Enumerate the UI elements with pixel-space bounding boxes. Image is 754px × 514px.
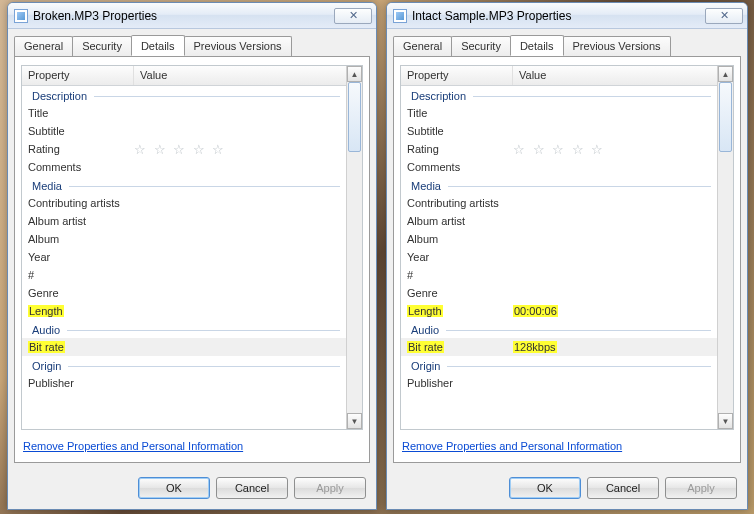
- scroll-thumb[interactable]: [719, 82, 732, 152]
- rating-stars[interactable]: ☆ ☆ ☆ ☆ ☆: [513, 142, 605, 157]
- property-name: Contributing artists: [401, 197, 513, 209]
- cancel-button[interactable]: Cancel: [587, 477, 659, 499]
- titlebar[interactable]: Intact Sample.MP3 Properties✕: [387, 3, 747, 29]
- property-row[interactable]: Rating☆ ☆ ☆ ☆ ☆: [22, 140, 346, 158]
- property-value: 128kbps: [513, 341, 717, 353]
- cancel-button[interactable]: Cancel: [216, 477, 288, 499]
- close-button[interactable]: ✕: [334, 8, 372, 24]
- scroll-up-icon[interactable]: ▲: [347, 66, 362, 82]
- property-name: Subtitle: [22, 125, 134, 137]
- scroll-down-icon[interactable]: ▼: [718, 413, 733, 429]
- property-row[interactable]: Bit rate: [22, 338, 346, 356]
- section-label: Media: [411, 180, 441, 192]
- section-origin: Origin: [401, 356, 717, 374]
- close-button[interactable]: ✕: [705, 8, 743, 24]
- remove-properties-link[interactable]: Remove Properties and Personal Informati…: [21, 430, 363, 456]
- section-divider: [447, 366, 711, 367]
- property-row[interactable]: #: [22, 266, 346, 284]
- tab-security[interactable]: Security: [451, 36, 511, 57]
- section-divider: [68, 366, 340, 367]
- scrollbar[interactable]: ▲▼: [717, 66, 733, 429]
- property-row[interactable]: Album: [401, 230, 717, 248]
- details-grid: PropertyValueDescriptionTitleSubtitleRat…: [400, 65, 734, 430]
- property-row[interactable]: Rating☆ ☆ ☆ ☆ ☆: [401, 140, 717, 158]
- property-name: Publisher: [401, 377, 513, 389]
- property-row[interactable]: Year: [401, 248, 717, 266]
- section-divider: [67, 330, 340, 331]
- window-title: Intact Sample.MP3 Properties: [412, 9, 705, 23]
- button-row: OKCancelApply: [387, 469, 747, 509]
- header-value[interactable]: Value: [134, 66, 346, 85]
- property-row[interactable]: Title: [401, 104, 717, 122]
- tab-details[interactable]: Details: [131, 35, 185, 56]
- scrollbar[interactable]: ▲▼: [346, 66, 362, 429]
- remove-properties-link[interactable]: Remove Properties and Personal Informati…: [400, 430, 734, 456]
- tabstrip: GeneralSecurityDetailsPrevious Versions: [387, 29, 747, 56]
- section-divider: [448, 186, 711, 187]
- property-name: Year: [401, 251, 513, 263]
- grid-header: PropertyValue: [401, 66, 717, 86]
- property-name: Genre: [401, 287, 513, 299]
- ok-button[interactable]: OK: [509, 477, 581, 499]
- property-row[interactable]: Comments: [22, 158, 346, 176]
- property-row[interactable]: Genre: [22, 284, 346, 302]
- property-name: Subtitle: [401, 125, 513, 137]
- scroll-down-icon[interactable]: ▼: [347, 413, 362, 429]
- grid-body: PropertyValueDescriptionTitleSubtitleRat…: [401, 66, 717, 429]
- property-row[interactable]: Comments: [401, 158, 717, 176]
- ok-button[interactable]: OK: [138, 477, 210, 499]
- property-row[interactable]: #: [401, 266, 717, 284]
- property-row[interactable]: Bit rate128kbps: [401, 338, 717, 356]
- property-row[interactable]: Album artist: [22, 212, 346, 230]
- tab-security[interactable]: Security: [72, 36, 132, 57]
- property-row[interactable]: Contributing artists: [401, 194, 717, 212]
- property-row[interactable]: Length00:00:06: [401, 302, 717, 320]
- file-icon: [14, 9, 28, 23]
- section-description: Description: [401, 86, 717, 104]
- property-row[interactable]: Contributing artists: [22, 194, 346, 212]
- property-row[interactable]: Year: [22, 248, 346, 266]
- apply-button[interactable]: Apply: [294, 477, 366, 499]
- property-name: Length: [22, 305, 134, 317]
- property-row[interactable]: Subtitle: [22, 122, 346, 140]
- property-name: Publisher: [22, 377, 134, 389]
- property-row[interactable]: Album artist: [401, 212, 717, 230]
- window-title: Broken.MP3 Properties: [33, 9, 334, 23]
- scroll-track[interactable]: [718, 82, 733, 413]
- apply-button[interactable]: Apply: [665, 477, 737, 499]
- property-name: Length: [401, 305, 513, 317]
- tab-previous-versions[interactable]: Previous Versions: [563, 36, 671, 57]
- property-row[interactable]: Length: [22, 302, 346, 320]
- grid-body: PropertyValueDescriptionTitleSubtitleRat…: [22, 66, 346, 429]
- property-name: Bit rate: [401, 341, 513, 353]
- tab-general[interactable]: General: [14, 36, 73, 57]
- property-row[interactable]: Publisher: [401, 374, 717, 392]
- property-value: 00:00:06: [513, 305, 717, 317]
- scroll-up-icon[interactable]: ▲: [718, 66, 733, 82]
- property-row[interactable]: Subtitle: [401, 122, 717, 140]
- section-origin: Origin: [22, 356, 346, 374]
- property-row[interactable]: Publisher: [22, 374, 346, 392]
- property-name: Bit rate: [22, 341, 134, 353]
- property-row[interactable]: Title: [22, 104, 346, 122]
- header-property[interactable]: Property: [401, 66, 513, 85]
- header-property[interactable]: Property: [22, 66, 134, 85]
- section-label: Audio: [32, 324, 60, 336]
- property-name: Comments: [22, 161, 134, 173]
- property-name: Title: [22, 107, 134, 119]
- rating-stars[interactable]: ☆ ☆ ☆ ☆ ☆: [134, 142, 226, 157]
- scroll-thumb[interactable]: [348, 82, 361, 152]
- scroll-track[interactable]: [347, 82, 362, 413]
- section-media: Media: [22, 176, 346, 194]
- property-name: Album: [401, 233, 513, 245]
- tab-details[interactable]: Details: [510, 35, 564, 56]
- property-row[interactable]: Album: [22, 230, 346, 248]
- tab-previous-versions[interactable]: Previous Versions: [184, 36, 292, 57]
- property-row[interactable]: Genre: [401, 284, 717, 302]
- section-media: Media: [401, 176, 717, 194]
- tab-general[interactable]: General: [393, 36, 452, 57]
- property-name: #: [22, 269, 134, 281]
- property-name: Rating: [22, 143, 134, 155]
- header-value[interactable]: Value: [513, 66, 717, 85]
- titlebar[interactable]: Broken.MP3 Properties✕: [8, 3, 376, 29]
